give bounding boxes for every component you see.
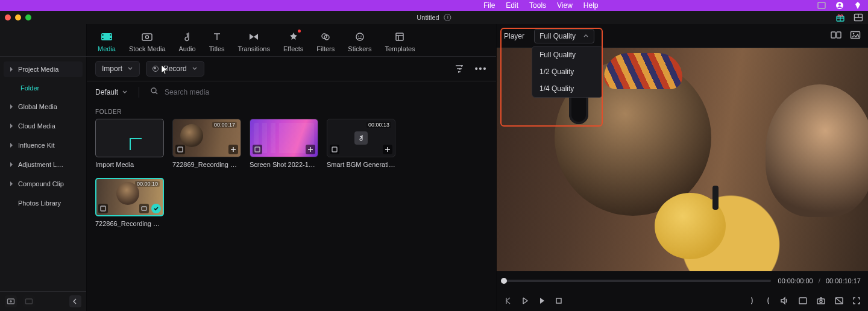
templates-icon [394,31,405,43]
more-menu-button[interactable]: ••• [473,61,489,77]
preview-icon[interactable] [98,204,108,213]
sort-dropdown[interactable]: Default [95,88,128,96]
tab-effects[interactable]: Effects [283,31,303,52]
quality-dropdown-menu[interactable]: Full Quality 1/2 Quality 1/4 Quality [532,46,603,98]
tab-label: Stickers [348,45,371,52]
sidebar-item-project-media[interactable]: Project Media [4,61,83,77]
mark-in-button[interactable] [749,297,756,305]
import-media-thumb[interactable] [95,119,164,157]
player-controls [497,291,868,311]
sidebar-item-adjustment-layer[interactable]: Adjustment L… [4,157,83,172]
sidebar-item-cloud-media[interactable]: Cloud Media [4,118,83,134]
sidebar-item-global-media[interactable]: Global Media [4,99,83,115]
chevron-down-icon [122,89,128,95]
audio-icon [181,31,193,43]
option-label: Full Quality [539,51,576,59]
menu-tools[interactable]: Tools [529,1,546,10]
search-input[interactable] [163,87,489,97]
menubar-user-icon[interactable] [835,1,844,10]
preview-icon[interactable] [175,145,185,154]
sidebar-subitem-folder[interactable]: Folder [4,81,83,95]
new-folder-icon[interactable] [5,295,17,307]
window-zoom-button[interactable] [25,14,31,20]
mark-out-button[interactable] [764,297,772,305]
scrubber-track[interactable] [504,280,771,282]
add-to-timeline-icon[interactable] [306,145,315,154]
card-clip-4[interactable]: 00:00:10 722866_Recording P… [95,178,164,227]
svg-point-17 [358,36,359,37]
card-thumb[interactable] [250,119,318,157]
aspect-ratio-button[interactable] [798,297,808,305]
divider [139,87,139,98]
sidebar-item-influence-kit[interactable]: Influence Kit [4,137,83,153]
search-field[interactable] [150,87,489,97]
menu-help[interactable]: Help [583,1,599,10]
quality-option-full[interactable]: Full Quality [532,46,602,63]
quality-option-quarter[interactable]: 1/4 Quality [532,80,602,97]
picture-icon[interactable] [850,31,861,41]
tab-stock-media[interactable]: Stock Media [129,31,166,52]
chevron-down-icon [127,66,133,72]
import-button[interactable]: Import [95,61,140,77]
video-frame-detail [604,53,682,89]
card-thumb[interactable]: 00:00:10 [95,178,164,216]
play-pause-button[interactable] [521,297,529,305]
quality-dropdown[interactable]: Full Quality [534,29,594,43]
card-clip-1[interactable]: 00:00:17 722869_Recording P… [172,119,241,168]
prev-frame-button[interactable] [504,297,512,305]
play-button[interactable] [538,297,546,305]
compare-view-icon[interactable] [831,31,841,41]
gift-icon[interactable] [835,13,845,22]
tab-transitions[interactable]: Transitions [238,31,270,52]
card-thumb[interactable]: 00:00:13 [327,119,395,157]
sidebar-item-label: Influence Kit [18,142,55,149]
document-title-text: Untitled [417,14,439,21]
volume-button[interactable] [780,297,790,305]
tab-audio[interactable]: Audio [179,31,196,52]
menu-file[interactable]: File [483,1,495,10]
tab-filters[interactable]: Filters [316,31,335,52]
menu-edit[interactable]: Edit [506,1,518,10]
snapshot-button[interactable] [816,297,826,305]
fullscreen-button[interactable] [852,297,861,305]
add-to-timeline-icon[interactable] [228,145,238,154]
new-bin-icon[interactable] [23,295,35,307]
clip-options-icon[interactable] [139,204,149,213]
card-thumb[interactable]: 00:00:17 [172,119,241,157]
menu-view[interactable]: View [557,1,573,10]
tab-templates[interactable]: Templates [385,31,415,52]
record-button[interactable]: Record [146,61,204,77]
card-clip-3[interactable]: 00:00:13 Smart BGM Generati… [327,119,395,168]
menubar-diamond-icon[interactable] [854,1,862,10]
panel-layout-icon[interactable] [854,13,863,22]
window-close-button[interactable] [5,14,11,20]
preview-icon[interactable] [253,145,262,154]
window-traffic-lights[interactable] [5,14,31,20]
add-to-timeline-icon[interactable] [383,145,392,154]
cloud-sync-icon[interactable] [444,14,451,21]
card-import-media[interactable]: Import Media [95,119,164,168]
chevron-right-icon [8,104,14,110]
collapse-sidebar-icon[interactable] [69,295,81,307]
media-toolbar: Import Record ••• [87,57,496,81]
media-search-row: Default [87,81,496,102]
quality-option-half[interactable]: 1/2 Quality [532,63,602,80]
window-minimize-button[interactable] [15,14,21,20]
stop-button[interactable] [555,297,563,305]
menubar-right-icons [817,1,862,10]
filter-icon-button[interactable] [451,61,467,77]
sidebar-subitem-label: Folder [20,84,39,92]
tab-stickers[interactable]: Stickers [348,31,371,52]
safe-area-button[interactable] [834,297,844,305]
tab-media[interactable]: Media [98,31,116,52]
menubar-window-icon[interactable] [817,1,826,10]
preview-icon[interactable] [330,145,339,154]
playhead[interactable] [501,278,507,284]
sidebar-item-photos-library[interactable]: Photos Library [4,195,83,211]
card-name: Smart BGM Generati… [327,161,395,168]
card-clip-2[interactable]: Screen Shot 2022-11… [250,119,318,168]
titlebar-right [835,13,863,22]
sidebar-item-compound-clip[interactable]: Compound Clip [4,176,83,192]
tab-titles[interactable]: Titles [209,31,225,52]
sidebar-footer [0,291,86,311]
